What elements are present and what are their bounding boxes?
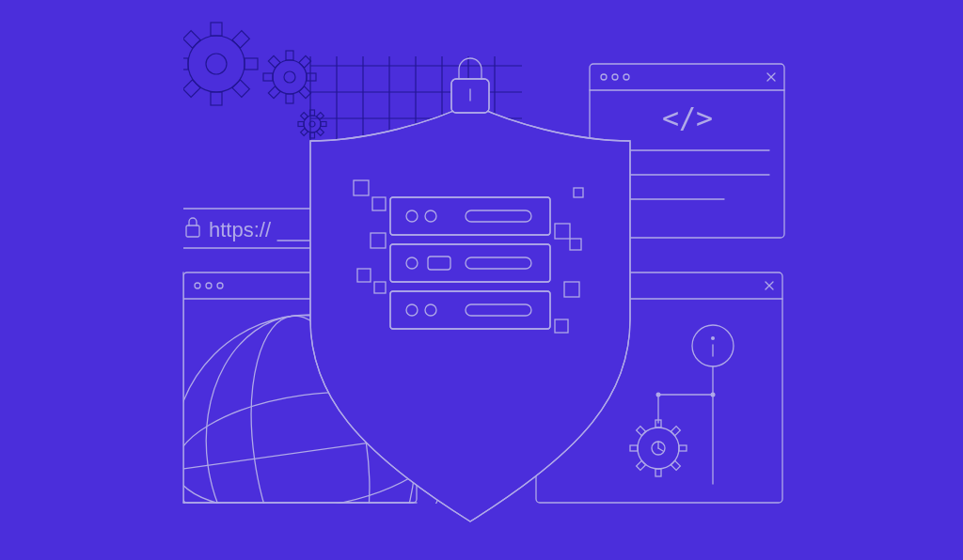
server-stack xyxy=(390,197,550,329)
svg-rect-110 xyxy=(390,291,550,329)
protocol-text: https:// xyxy=(209,218,272,241)
svg-rect-100 xyxy=(390,197,550,235)
svg-point-77 xyxy=(711,336,715,340)
security-illustration: https:// xyxy=(0,0,963,560)
svg-rect-105 xyxy=(390,244,550,282)
code-symbol: </> xyxy=(662,101,713,134)
svg-rect-59 xyxy=(0,0,183,560)
svg-point-84 xyxy=(656,393,661,397)
svg-point-83 xyxy=(711,393,716,397)
